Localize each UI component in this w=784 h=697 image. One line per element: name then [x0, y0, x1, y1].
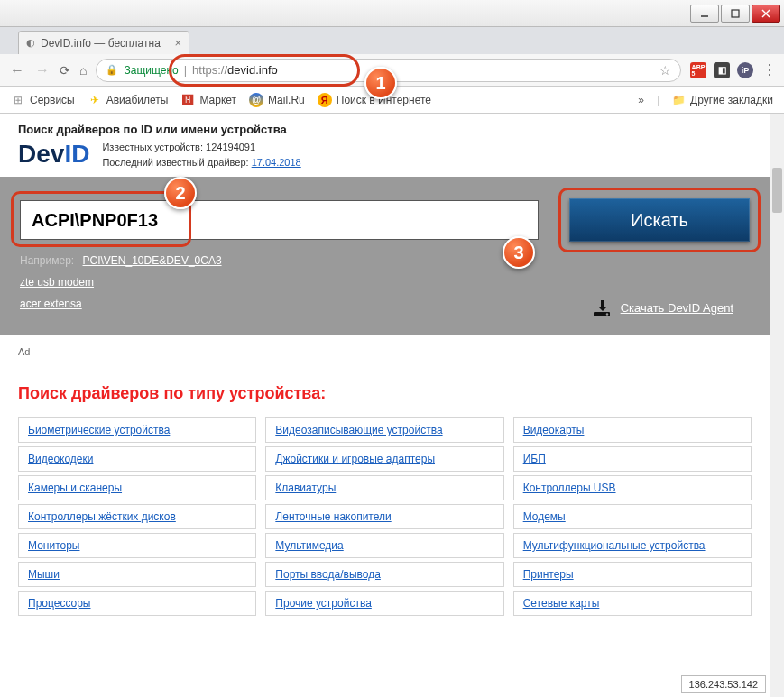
maximize-button[interactable]	[721, 5, 750, 23]
category-cell: ИБП	[513, 446, 752, 472]
extension-icon[interactable]: ◧	[714, 62, 730, 78]
category-link[interactable]: Мультимедиа	[275, 539, 343, 552]
category-link[interactable]: Принтеры	[523, 568, 574, 581]
category-link[interactable]: Сетевые карты	[523, 597, 600, 610]
plane-icon: ✈	[88, 93, 102, 107]
example-label: Например:	[20, 254, 74, 267]
category-link[interactable]: Процессоры	[28, 597, 91, 610]
browser-tab[interactable]: ◐ DevID.info — бесплатна ×	[18, 31, 189, 54]
scrollbar-thumb[interactable]	[772, 168, 782, 213]
lock-icon: 🔒	[106, 64, 118, 76]
category-cell: Клавиатуры	[265, 475, 503, 500]
category-link[interactable]: Порты ввода/вывода	[275, 568, 381, 581]
category-cell: Ленточные накопители	[265, 504, 503, 529]
browser-tab-strip: ◐ DevID.info — бесплатна ×	[0, 27, 784, 54]
category-link[interactable]: Контроллеры жёстких дисков	[28, 510, 176, 523]
category-cell: Порты ввода/вывода	[265, 562, 503, 587]
abp-extension-icon[interactable]: ABP5	[690, 62, 706, 78]
category-cell: Мониторы	[18, 533, 256, 558]
category-link[interactable]: ИБП	[523, 453, 546, 465]
category-cell: Модемы	[513, 504, 752, 529]
category-cell: Процессоры	[18, 591, 256, 616]
example-link[interactable]: PCI\VEN_10DE&DEV_0CA3	[83, 254, 222, 267]
category-link[interactable]: Джойстики и игровые адаптеры	[275, 453, 435, 465]
site-logo[interactable]: DevID	[18, 140, 89, 169]
bookmark-label: Авиабилеты	[106, 94, 169, 106]
apps-icon: ⊞	[11, 93, 25, 107]
category-link[interactable]: Мыши	[28, 568, 60, 581]
category-cell: Контроллеры USB	[513, 475, 752, 500]
callout-marker-1: 1	[364, 67, 397, 99]
other-bookmarks[interactable]: 📁Другие закладки	[672, 94, 773, 106]
bookmark-label: Другие закладки	[690, 94, 773, 106]
categories-grid: Биометрические устройстваВидеозаписывающ…	[0, 417, 770, 637]
callout-marker-3: 3	[503, 236, 535, 269]
last-driver-link[interactable]: 17.04.2018	[252, 157, 301, 168]
close-button[interactable]	[752, 5, 780, 23]
url-text: https://devid.info	[192, 63, 278, 77]
device-id-input[interactable]	[20, 200, 539, 240]
download-agent-link[interactable]: Скачать DevID Agent	[621, 301, 733, 315]
window-titlebar	[0, 0, 784, 27]
callout-marker-2: 2	[164, 177, 197, 209]
bookmark-label: Сервисы	[30, 94, 75, 106]
mail-icon: @	[249, 93, 263, 107]
folder-icon: 📁	[672, 94, 686, 106]
category-link[interactable]: Ленточные накопители	[275, 510, 391, 523]
category-cell: Контроллеры жёстких дисков	[18, 504, 256, 529]
category-link[interactable]: Мониторы	[28, 539, 79, 552]
bookmark-star-icon[interactable]: ☆	[659, 63, 671, 78]
svg-rect-1	[732, 10, 739, 17]
category-link[interactable]: Мультифункциональные устройства	[523, 539, 706, 552]
ip-extension-icon[interactable]: iP	[737, 62, 753, 78]
vertical-scrollbar[interactable]	[770, 114, 784, 697]
categories-title: Поиск драйверов по типу устройства:	[0, 357, 770, 417]
search-button[interactable]: Искать	[569, 198, 750, 242]
category-cell: Мультифункциональные устройства	[513, 533, 752, 558]
category-cell: Камеры и сканеры	[18, 475, 256, 500]
mail-bookmark[interactable]: @Mail.Ru	[249, 93, 305, 107]
tab-title: DevID.info — бесплатна	[41, 37, 161, 50]
category-link[interactable]: Видеокарты	[523, 424, 585, 436]
ad-label: Ad	[0, 335, 770, 357]
category-cell: Мультимедиа	[265, 533, 503, 558]
reload-button[interactable]: ⟳	[60, 63, 70, 78]
example-link[interactable]: acer extensa	[20, 298, 82, 310]
market-bookmark[interactable]: 🅼Маркет	[180, 93, 236, 107]
example-link[interactable]: zte usb modem	[20, 276, 94, 289]
minimize-button[interactable]	[690, 5, 719, 23]
home-button[interactable]: ⌂	[79, 63, 87, 78]
avia-bookmark[interactable]: ✈Авиабилеты	[88, 93, 169, 107]
category-cell: Видеозаписывающие устройства	[265, 417, 503, 443]
category-link[interactable]: Биометрические устройства	[28, 424, 170, 436]
back-button[interactable]: ←	[9, 62, 25, 78]
forward-button[interactable]: →	[34, 62, 51, 78]
header-subtitle: Поиск драйверов по ID или имени устройст…	[18, 123, 752, 136]
category-cell: Джойстики и игровые адаптеры	[265, 446, 503, 472]
download-icon	[592, 299, 612, 316]
category-cell: Биометрические устройства	[18, 417, 256, 443]
category-cell: Мыши	[18, 562, 256, 587]
url-separator: |	[184, 63, 187, 77]
page-viewport: Поиск драйверов по ID или имени устройст…	[0, 114, 784, 697]
category-link[interactable]: Контроллеры USB	[523, 481, 616, 494]
bookmark-overflow-icon[interactable]: »	[638, 94, 644, 106]
category-link[interactable]: Модемы	[523, 510, 566, 523]
category-cell: Видеокарты	[513, 417, 752, 443]
tab-close-icon[interactable]: ×	[174, 36, 181, 50]
category-link[interactable]: Видеокодеки	[28, 453, 93, 465]
bookmark-label: Маркет	[199, 94, 236, 106]
category-cell: Принтеры	[513, 562, 752, 587]
category-link[interactable]: Видеозаписывающие устройства	[275, 424, 442, 436]
extensions-area: ABP5 ◧ iP	[690, 62, 753, 78]
chrome-menu-icon[interactable]: ⋮	[762, 61, 775, 78]
apps-bookmark[interactable]: ⊞Сервисы	[11, 93, 75, 107]
category-cell: Прочие устройства	[265, 591, 503, 616]
svg-point-5	[605, 313, 607, 315]
category-link[interactable]: Прочие устройства	[275, 597, 372, 610]
category-link[interactable]: Камеры и сканеры	[28, 481, 122, 494]
market-icon: 🅼	[180, 93, 195, 107]
bookmark-label: Mail.Ru	[268, 94, 305, 106]
category-link[interactable]: Клавиатуры	[275, 481, 336, 494]
category-cell: Видеокодеки	[18, 446, 256, 472]
